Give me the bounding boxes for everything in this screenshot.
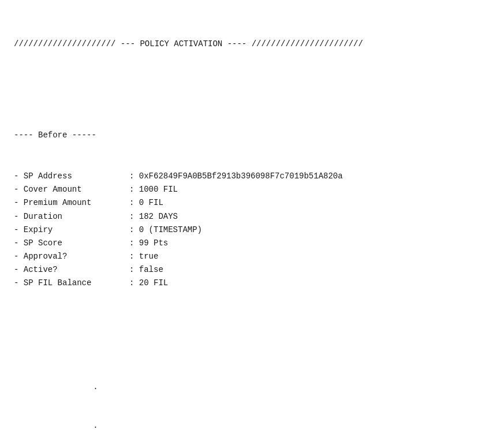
field-label: - Active? (14, 263, 129, 277)
field-label: - Cover Amount (14, 183, 129, 196)
before-fields: - SP Address : 0xF62849F9A0B5Bf2913b3960… (14, 170, 464, 290)
before-field-row: - Approval? : true (14, 250, 464, 263)
field-label: - SP Address (14, 170, 129, 183)
before-section-header: ---- Before ----- (14, 129, 464, 141)
before-field-row: - SP Address : 0xF62849F9A0B5Bf2913b3960… (14, 170, 464, 183)
field-value: : 0 FIL (129, 196, 163, 210)
field-value: : 99 Pts (129, 237, 168, 250)
before-field-row: - Premium Amount : 0 FIL (14, 196, 464, 210)
before-field-row: - SP FIL Balance : 20 FIL (14, 277, 464, 290)
field-value: : 20 FIL (129, 277, 168, 290)
page-content: ///////////////////// --- POLICY ACTIVAT… (14, 12, 464, 448)
transition-section: . . activatePolicy() . . (14, 354, 464, 448)
field-label: - SP FIL Balance (14, 277, 129, 290)
before-field-row: - Duration : 182 DAYS (14, 210, 464, 223)
field-label: - Premium Amount (14, 196, 129, 210)
dot2: . (54, 419, 464, 432)
field-label: - Duration (14, 210, 129, 223)
before-field-row: - SP Score : 99 Pts (14, 237, 464, 250)
field-label: - Approval? (14, 250, 129, 263)
field-value: : true (129, 250, 158, 263)
dot1: . (54, 380, 464, 393)
field-label: - Expiry (14, 223, 129, 237)
field-value: : 0xF62849F9A0B5Bf2913b396098F7c7019b51A… (129, 170, 343, 183)
field-value: : 182 DAYS (129, 210, 178, 223)
field-value: : 1000 FIL (129, 183, 178, 196)
field-label: - SP Score (14, 237, 129, 250)
header: ///////////////////// --- POLICY ACTIVAT… (14, 38, 464, 50)
before-field-row: - Expiry : 0 (TIMESTAMP) (14, 223, 464, 237)
field-value: : 0 (TIMESTAMP) (129, 223, 202, 237)
before-field-row: - Cover Amount : 1000 FIL (14, 183, 464, 196)
before-field-row: - Active? : false (14, 263, 464, 277)
before-section: ---- Before ----- - SP Address : 0xF6284… (14, 103, 464, 316)
field-value: : false (129, 263, 163, 277)
